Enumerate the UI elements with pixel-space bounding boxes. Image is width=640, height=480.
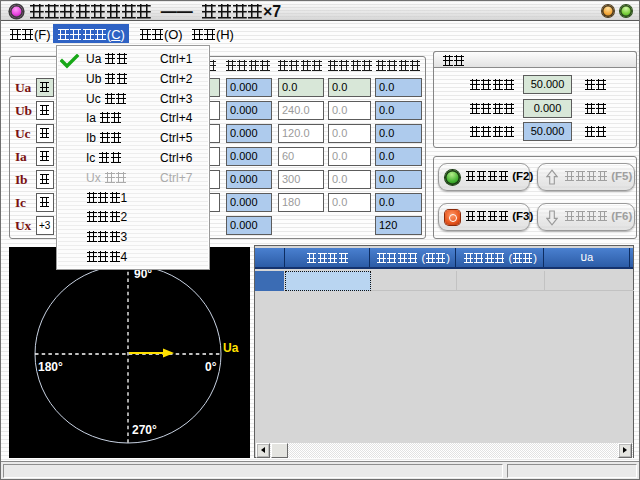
svg-text:270°: 270° [132, 423, 157, 437]
svg-text:0°: 0° [205, 360, 217, 374]
svg-text:180°: 180° [38, 360, 63, 374]
svg-text:Ua: Ua [223, 341, 239, 355]
